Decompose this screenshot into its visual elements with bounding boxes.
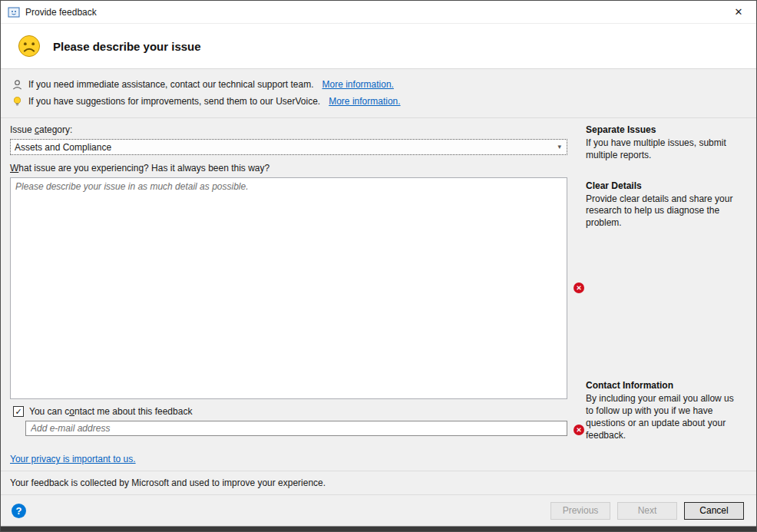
tip-body: If you have multiple issues, submit mult… [586,137,744,162]
previous-button[interactable]: Previous [550,502,610,520]
next-button[interactable]: Next [617,502,677,520]
disclaimer-text: Your feedback is collected by Microsoft … [1,471,756,494]
contact-checkbox[interactable]: ✓ [13,406,24,417]
help-icon[interactable]: ? [12,504,26,518]
tips-column: Separate Issues If you have multiple iss… [586,124,744,441]
tip-separate-issues: Separate Issues If you have multiple iss… [586,124,744,162]
window-title: Provide feedback [25,7,97,18]
tip-clear-details: Clear Details Provide clear details and … [586,180,744,230]
app-icon [8,6,20,18]
notice-section: If you need immediate assistance, contac… [1,69,756,118]
tip-body: By including your email you allow us to … [586,393,744,441]
issue-category-label: Issue category: [10,124,567,136]
uservoice-notice-text: If you have suggestions for improvements… [28,96,320,107]
lightbulb-icon [12,96,23,107]
support-notice: If you need immediate assistance, contac… [12,76,756,93]
issue-description-textarea[interactable] [10,177,567,399]
support-more-info-link[interactable]: More information. [322,79,394,90]
sad-face-icon [18,35,41,58]
close-icon: ✕ [735,6,743,18]
main-content: Issue category: Assets and Compliance ▾ … [1,118,756,441]
error-icon-issue: ✕ [574,283,584,293]
provide-feedback-dialog: Provide feedback ✕ Please describe your … [0,0,757,532]
issue-description-label: What issue are you experiencing? Has it … [10,163,567,174]
feedback-form: Issue category: Assets and Compliance ▾ … [10,124,567,441]
support-person-icon [12,79,23,91]
email-input[interactable] [25,421,567,436]
footer-buttons: Previous Next Cancel [550,502,744,520]
contact-checkbox-label: You can contact me about this feedback [29,406,192,417]
error-icon-email: ✕ [574,425,584,435]
close-button[interactable]: ✕ [721,1,756,23]
titlebar[interactable]: Provide feedback ✕ [1,1,756,24]
tip-contact-information: Contact Information By including your em… [586,380,744,441]
uservoice-notice: If you have suggestions for improvements… [12,93,756,110]
cancel-button[interactable]: Cancel [684,502,744,520]
footer: ? Previous Next Cancel [1,494,756,526]
privacy-link[interactable]: Your privacy is important to us. [10,454,136,464]
chevron-down-icon: ▾ [557,144,561,150]
page-title: Please describe your issue [53,40,201,53]
issue-category-combobox[interactable]: Assets and Compliance ▾ [10,139,567,155]
tip-body: Provide clear details and share your res… [586,193,744,230]
tip-title: Contact Information [586,380,744,391]
checkmark-icon: ✓ [15,408,21,416]
dialog-body: If you need immediate assistance, contac… [1,69,756,494]
issue-category-value: Assets and Compliance [15,142,557,153]
contact-consent-row[interactable]: ✓ You can contact me about this feedback [13,406,567,417]
uservoice-more-info-link[interactable]: More information. [329,96,400,107]
window-bottom-edge [1,526,756,531]
page-header: Please describe your issue [1,24,756,69]
tip-title: Separate Issues [586,124,744,135]
tip-title: Clear Details [586,180,744,191]
support-notice-text: If you need immediate assistance, contac… [28,79,314,90]
